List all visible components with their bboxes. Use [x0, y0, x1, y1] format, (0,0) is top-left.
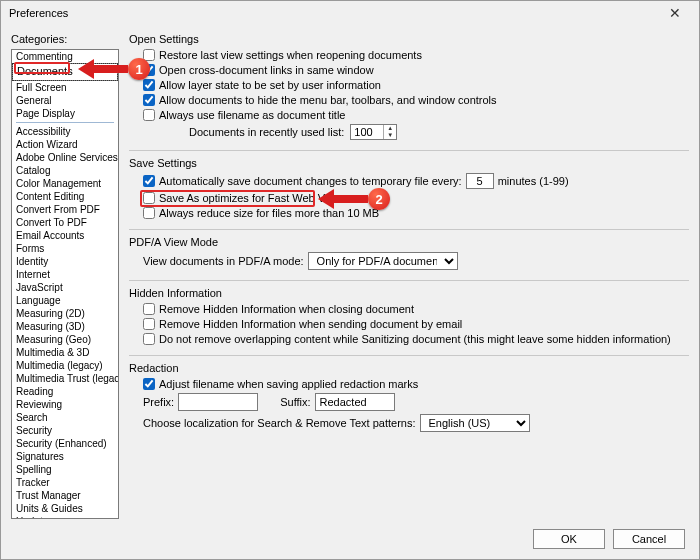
prefix-label: Prefix: [143, 396, 174, 408]
restore-label: Restore last view settings when reopenin… [159, 49, 422, 61]
restore-checkbox[interactable] [143, 49, 155, 61]
autosave-checkbox[interactable] [143, 175, 155, 187]
hidemenu-checkbox[interactable] [143, 94, 155, 106]
sidebar-item-security[interactable]: Security [12, 424, 118, 437]
divider [129, 150, 689, 151]
filename-checkbox[interactable] [143, 109, 155, 121]
sidebar-item-language[interactable]: Language [12, 294, 118, 307]
hidemenu-label: Allow documents to hide the menu bar, to… [159, 94, 497, 106]
adjust-checkbox[interactable] [143, 378, 155, 390]
recent-spinner[interactable]: ▲▼ [350, 124, 397, 140]
sidebar-item-multimedia-legacy-[interactable]: Multimedia (legacy) [12, 359, 118, 372]
autosave-label: Automatically save document changes to t… [159, 175, 462, 187]
open-settings-title: Open Settings [129, 33, 689, 45]
sidebar-item-multimedia-3d[interactable]: Multimedia & 3D [12, 346, 118, 359]
autosave-value[interactable] [466, 173, 494, 189]
locale-select[interactable]: English (US) [420, 414, 530, 432]
cancel-button[interactable]: Cancel [613, 529, 685, 549]
sidebar-item-full-screen[interactable]: Full Screen [12, 81, 118, 94]
hidden-title: Hidden Information [129, 287, 689, 299]
save-settings-title: Save Settings [129, 157, 689, 169]
autosave-unit: minutes (1-99) [498, 175, 569, 187]
sidebar-item-page-display[interactable]: Page Display [12, 107, 118, 120]
ok-button[interactable]: OK [533, 529, 605, 549]
window-title: Preferences [9, 7, 68, 19]
recent-label: Documents in recently used list: [189, 126, 344, 138]
sidebar-item-tracker[interactable]: Tracker [12, 476, 118, 489]
hideclose-checkbox[interactable] [143, 303, 155, 315]
titlebar: Preferences ✕ [1, 1, 699, 25]
close-icon[interactable]: ✕ [659, 5, 691, 21]
sidebar-item-general[interactable]: General [12, 94, 118, 107]
suffix-input[interactable] [315, 393, 395, 411]
sidebar-item-adobe-online-services[interactable]: Adobe Online Services [12, 151, 118, 164]
recent-input[interactable] [351, 125, 383, 139]
prefix-input[interactable] [178, 393, 258, 411]
spinner-down-icon[interactable]: ▼ [384, 132, 396, 139]
sidebar-item-measuring-geo-[interactable]: Measuring (Geo) [12, 333, 118, 346]
fastweb-label: Save As optimizes for Fast Web View [159, 192, 341, 204]
redact-title: Redaction [129, 362, 689, 374]
sidebar-item-reviewing[interactable]: Reviewing [12, 398, 118, 411]
sidebar-item-action-wizard[interactable]: Action Wizard [12, 138, 118, 151]
layer-checkbox[interactable] [143, 79, 155, 91]
hideemail-label: Remove Hidden Information when sending d… [159, 318, 462, 330]
sidebar-item-email-accounts[interactable]: Email Accounts [12, 229, 118, 242]
spinner-up-icon[interactable]: ▲ [384, 125, 396, 132]
sidebar-item-signatures[interactable]: Signatures [12, 450, 118, 463]
crossdoc-label: Open cross-document links in same window [159, 64, 374, 76]
sidebar-item-security-enhanced-[interactable]: Security (Enhanced) [12, 437, 118, 450]
divider [129, 355, 689, 356]
categories-label: Categories: [11, 33, 119, 45]
filename-label: Always use filename as document title [159, 109, 345, 121]
sidebar-item-updater[interactable]: Updater [12, 515, 118, 519]
layer-label: Allow layer state to be set by user info… [159, 79, 381, 91]
category-divider [16, 122, 114, 123]
categories-list[interactable]: CommentingDocumentsFull ScreenGeneralPag… [11, 49, 119, 519]
reduce-checkbox[interactable] [143, 207, 155, 219]
sidebar-item-commenting[interactable]: Commenting [12, 50, 118, 63]
sidebar-item-search[interactable]: Search [12, 411, 118, 424]
sidebar-item-measuring-3d-[interactable]: Measuring (3D) [12, 320, 118, 333]
crossdoc-checkbox[interactable] [143, 64, 155, 76]
hideclose-label: Remove Hidden Information when closing d… [159, 303, 414, 315]
hideemail-checkbox[interactable] [143, 318, 155, 330]
pdfa-select[interactable]: Only for PDF/A documents [308, 252, 458, 270]
sidebar-item-documents[interactable]: Documents [12, 63, 118, 81]
pdfa-label: View documents in PDF/A mode: [143, 255, 304, 267]
sidebar-item-accessibility[interactable]: Accessibility [12, 125, 118, 138]
sanitize-label: Do not remove overlapping content while … [159, 333, 671, 345]
sidebar-item-color-management[interactable]: Color Management [12, 177, 118, 190]
sidebar-item-convert-from-pdf[interactable]: Convert From PDF [12, 203, 118, 216]
sidebar-item-content-editing[interactable]: Content Editing [12, 190, 118, 203]
sidebar-item-identity[interactable]: Identity [12, 255, 118, 268]
fastweb-checkbox[interactable] [143, 192, 155, 204]
reduce-label: Always reduce size for files more than 1… [159, 207, 379, 219]
sidebar-item-catalog[interactable]: Catalog [12, 164, 118, 177]
sidebar-item-multimedia-trust-legacy-[interactable]: Multimedia Trust (legacy) [12, 372, 118, 385]
divider [129, 229, 689, 230]
sidebar-item-reading[interactable]: Reading [12, 385, 118, 398]
sidebar-item-forms[interactable]: Forms [12, 242, 118, 255]
sidebar-item-javascript[interactable]: JavaScript [12, 281, 118, 294]
sidebar-item-trust-manager[interactable]: Trust Manager [12, 489, 118, 502]
settings-panel: Open Settings Restore last view settings… [129, 33, 689, 519]
sanitize-checkbox[interactable] [143, 333, 155, 345]
locale-label: Choose localization for Search & Remove … [143, 417, 416, 429]
sidebar-item-measuring-2d-[interactable]: Measuring (2D) [12, 307, 118, 320]
sidebar-item-units-guides[interactable]: Units & Guides [12, 502, 118, 515]
sidebar-item-internet[interactable]: Internet [12, 268, 118, 281]
sidebar-item-spelling[interactable]: Spelling [12, 463, 118, 476]
adjust-label: Adjust filename when saving applied reda… [159, 378, 418, 390]
divider [129, 280, 689, 281]
suffix-label: Suffix: [280, 396, 310, 408]
pdfa-title: PDF/A View Mode [129, 236, 689, 248]
sidebar-item-convert-to-pdf[interactable]: Convert To PDF [12, 216, 118, 229]
